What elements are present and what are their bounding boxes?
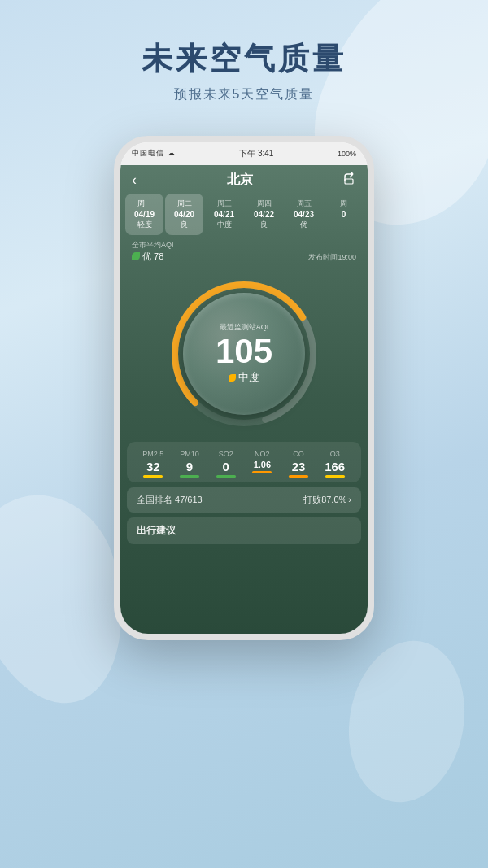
day-item-3[interactable]: 周四 04/22 良 bbox=[245, 194, 283, 235]
day-date-4: 04/23 bbox=[286, 210, 321, 219]
day-date-2: 04/21 bbox=[207, 210, 242, 219]
day-week-5: 周 bbox=[326, 198, 361, 209]
pollutant-co: CO 23 bbox=[281, 450, 317, 478]
ranking-row[interactable]: 全国排名 47/613 打败87.0% › bbox=[127, 487, 361, 513]
day-week-1: 周二 bbox=[167, 198, 202, 209]
gauge-container: 最近监测站AQI 105 中度 bbox=[120, 266, 368, 435]
page-subtitle: 预报未来5天空气质量 bbox=[16, 86, 472, 103]
page-header: 未来空气质量 预报未来5天空气质量 bbox=[0, 0, 488, 120]
day-date-1: 04/20 bbox=[167, 210, 202, 219]
pollutant-so2: SO2 0 bbox=[207, 450, 244, 478]
svg-rect-0 bbox=[345, 179, 353, 184]
day-item-2[interactable]: 周三 04/21 中度 bbox=[205, 194, 243, 235]
gauge-number: 105 bbox=[216, 334, 272, 369]
time: 下午 3:41 bbox=[239, 148, 273, 159]
day-quality-1: 良 bbox=[167, 220, 202, 230]
day-date-3: 04/22 bbox=[246, 210, 281, 219]
phone-wrapper: 中国电信 ☁ 下午 3:41 100% ‹ 北京 周一 bbox=[0, 136, 488, 640]
pollutants-bar: PM2.5 32 PM10 9 SO2 0 NO2 1.06 bbox=[127, 442, 361, 482]
back-button[interactable]: ‹ bbox=[132, 172, 137, 189]
day-week-0: 周一 bbox=[127, 198, 162, 209]
day-selector: 周一 04/19 轻度 周二 04/20 良 周三 04/21 中度 周四 04… bbox=[120, 194, 368, 235]
day-week-3: 周四 bbox=[246, 198, 281, 209]
day-week-4: 周五 bbox=[286, 198, 321, 209]
ranking-label: 全国排名 47/613 bbox=[137, 494, 203, 506]
publish-time: 发布时间19:00 bbox=[308, 252, 356, 263]
day-quality-3: 良 bbox=[246, 220, 281, 230]
day-quality-2: 中度 bbox=[207, 220, 242, 230]
carrier: 中国电信 ☁ bbox=[132, 148, 176, 159]
pollutant-pm25: PM2.5 32 bbox=[135, 450, 172, 478]
day-item-4[interactable]: 周五 04/23 优 bbox=[285, 194, 323, 235]
advice-row: 出行建议 bbox=[127, 517, 361, 544]
aqi-label: 全市平均AQI bbox=[132, 240, 174, 251]
gauge-quality: 中度 bbox=[229, 370, 259, 385]
city-label: 北京 bbox=[227, 172, 253, 189]
leaf-icon bbox=[132, 252, 140, 260]
aqi-info-bar: 全市平均AQI 优 78 发布时间19:00 bbox=[120, 235, 368, 266]
pollutant-o3: O3 166 bbox=[316, 450, 353, 478]
pollutant-no2: NO2 1.06 bbox=[244, 450, 281, 478]
status-bar: 中国电信 ☁ 下午 3:41 100% bbox=[120, 142, 368, 165]
gauge-label-top: 最近监测站AQI bbox=[220, 322, 269, 333]
gauge-leaf-icon bbox=[229, 374, 236, 382]
day-week-2: 周三 bbox=[207, 198, 242, 209]
advice-title: 出行建议 bbox=[137, 524, 351, 538]
day-item-5[interactable]: 周 0 bbox=[325, 194, 363, 235]
bg-decoration-3 bbox=[337, 631, 477, 811]
share-button[interactable] bbox=[343, 172, 356, 188]
page-title: 未来空气质量 bbox=[16, 41, 472, 78]
pollutant-pm10: PM10 9 bbox=[172, 450, 208, 478]
aqi-value: 优 78 bbox=[132, 251, 174, 263]
gauge-inner-ball: 最近监测站AQI 105 中度 bbox=[183, 293, 305, 415]
app-screen: ‹ 北京 周一 04/19 轻度 周二 04/20 bbox=[120, 165, 368, 634]
ranking-right: 打败87.0% › bbox=[303, 494, 351, 506]
app-header: ‹ 北京 bbox=[120, 165, 368, 194]
day-item-1[interactable]: 周二 04/20 良 bbox=[165, 194, 203, 235]
day-quality-0: 轻度 bbox=[127, 220, 162, 230]
phone-mockup: 中国电信 ☁ 下午 3:41 100% ‹ 北京 周一 bbox=[114, 136, 374, 640]
gauge-wrapper: 最近监测站AQI 105 中度 bbox=[163, 273, 325, 435]
day-quality-4: 优 bbox=[286, 220, 321, 230]
day-date-0: 04/19 bbox=[127, 210, 162, 219]
day-item-0[interactable]: 周一 04/19 轻度 bbox=[125, 194, 163, 235]
battery: 100% bbox=[338, 150, 356, 158]
day-date-5: 0 bbox=[326, 210, 361, 219]
